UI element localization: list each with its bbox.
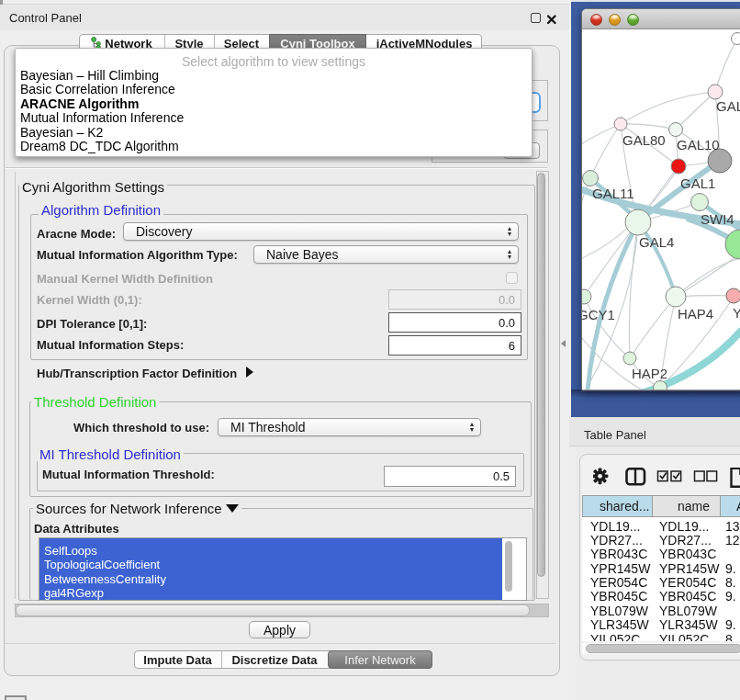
- svg-text:SWI4: SWI4: [701, 211, 734, 227]
- svg-text:GAL11: GAL11: [592, 186, 634, 201]
- svg-text:HAP2: HAP2: [632, 366, 667, 381]
- svg-text:HAP4: HAP4: [678, 306, 713, 322]
- svg-text:GCY1: GCY1: [582, 307, 615, 322]
- svg-text:GAL10: GAL10: [677, 137, 720, 152]
- svg-text:Y: Y: [733, 305, 740, 321]
- svg-text:GAL4: GAL4: [639, 234, 674, 250]
- svg-text:GAL1: GAL1: [680, 175, 715, 191]
- svg-text:GAL80: GAL80: [622, 132, 666, 148]
- svg-text:GAL: GAL: [716, 98, 740, 114]
